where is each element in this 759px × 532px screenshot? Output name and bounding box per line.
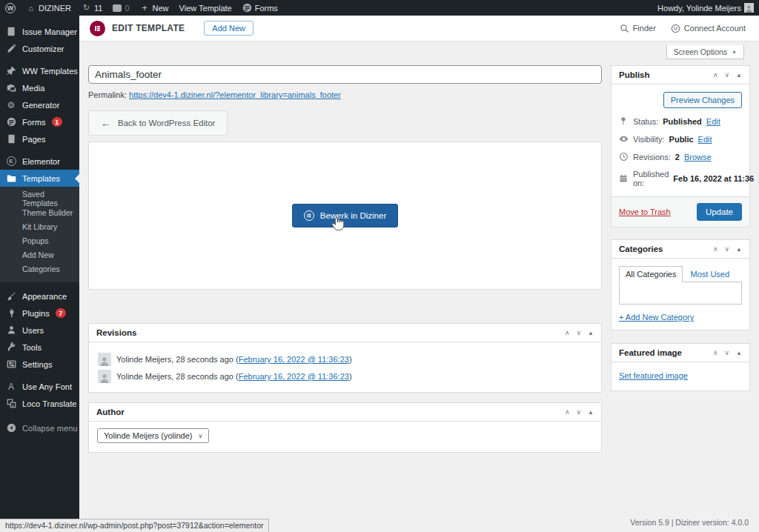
select-chevron-icon: ∨ <box>198 433 202 439</box>
finder-label: Finder <box>633 24 656 33</box>
move-down-icon[interactable]: ∨ <box>724 245 729 253</box>
move-down-icon[interactable]: ∨ <box>724 71 729 79</box>
preview-changes-button[interactable]: Preview Changes <box>663 92 742 108</box>
wordpress-menu[interactable]: W <box>0 0 21 16</box>
my-account-menu[interactable]: Howdy, Yolinde Meijers <box>652 0 759 16</box>
author-select[interactable]: Yolinde Meijers (yolinde) ∨ <box>97 428 209 443</box>
sidebar-item-label: Appearance <box>22 292 67 301</box>
sidebar-item-label: Settings <box>22 360 53 369</box>
page-title: EDIT TEMPLATE <box>112 23 185 33</box>
move-up-icon[interactable]: ∧ <box>713 71 718 79</box>
publish-panel-header[interactable]: Publish ∧ ∨ ▲ <box>611 66 749 84</box>
home-icon: ⌂ <box>26 3 36 13</box>
connect-account-button[interactable]: Connect Account <box>671 24 746 33</box>
move-down-icon[interactable]: ∨ <box>576 329 581 336</box>
status-edit-link[interactable]: Edit <box>706 117 720 126</box>
sidebar-item-elementor[interactable]: E Elementor <box>0 153 79 170</box>
chevron-down-icon: ▼ <box>732 50 737 55</box>
plugin-icon <box>6 308 16 319</box>
sidebar-item-pages[interactable]: Pages <box>0 130 79 147</box>
revision-text-suffix: ) <box>349 372 352 381</box>
folder-icon <box>6 173 16 184</box>
svg-text:a: a <box>11 404 13 408</box>
move-down-icon[interactable]: ∨ <box>724 349 729 356</box>
author-panel-header[interactable]: Author ∧ ∨ ▲ <box>89 403 601 422</box>
toggle-panel-icon[interactable]: ▲ <box>736 350 742 356</box>
featured-image-title: Featured image <box>619 348 682 357</box>
sidebar-item-templates[interactable]: Templates <box>0 170 79 187</box>
author-panel: Author ∧ ∨ ▲ Yolinde Meijers (yolinde) ∨ <box>88 402 602 453</box>
categories-panel-header[interactable]: Categories ∧ ∨ ▲ <box>611 240 749 259</box>
move-up-icon[interactable]: ∧ <box>713 349 718 356</box>
toggle-panel-icon[interactable]: ▲ <box>736 72 742 79</box>
move-to-trash-link[interactable]: Move to Trash <box>619 207 671 216</box>
sidebar-item-appearance[interactable]: Appearance <box>0 287 79 305</box>
submenu-item-categories[interactable]: Categories <box>0 262 79 276</box>
move-down-icon[interactable]: ∨ <box>576 408 581 416</box>
updates-menu[interactable]: ↻ 11 <box>76 0 107 16</box>
view-template-menu[interactable]: View Template <box>174 0 237 16</box>
revisions-browse-link[interactable]: Browse <box>684 153 712 162</box>
template-title-input[interactable] <box>88 65 602 84</box>
sidebar-item-ww-templates[interactable]: WW Templates <box>0 62 79 79</box>
sidebar-item-use-any-font[interactable]: A Use Any Font <box>0 378 79 395</box>
submenu-item-kit-library[interactable]: Kit Library <box>0 219 79 233</box>
move-up-icon[interactable]: ∧ <box>565 329 570 336</box>
move-up-icon[interactable]: ∧ <box>565 408 570 416</box>
update-button[interactable]: Update <box>697 203 742 221</box>
eye-icon <box>619 134 629 144</box>
toggle-panel-icon[interactable]: ▲ <box>588 330 594 336</box>
font-a-icon: A <box>6 382 16 392</box>
menu-separator <box>0 412 79 417</box>
revision-date-link[interactable]: February 16, 2022 @ 11:36:23 <box>239 372 349 381</box>
search-icon <box>620 24 629 33</box>
sidebar-item-forms[interactable]: Forms 1 <box>0 113 79 130</box>
sidebar-item-label: Generator <box>22 101 59 110</box>
screen-options-button[interactable]: Screen Options ▼ <box>666 45 744 59</box>
sidebar-item-media[interactable]: Media <box>0 79 79 96</box>
sidebar-item-label: Elementor <box>22 157 60 166</box>
visibility-edit-link[interactable]: Edit <box>698 135 712 144</box>
move-up-icon[interactable]: ∧ <box>713 245 718 253</box>
connect-icon <box>671 24 680 33</box>
revision-row: Yolinde Meijers, 28 seconds ago (Februar… <box>98 353 592 366</box>
sidebar-item-settings[interactable]: Settings <box>0 356 79 373</box>
comments-count: 0 <box>125 4 129 13</box>
revisions-title: Revisions <box>96 328 136 337</box>
submenu-item-add-new[interactable]: Add New <box>0 247 79 262</box>
set-featured-image-link[interactable]: Set featured image <box>619 371 688 380</box>
toggle-panel-icon[interactable]: ▲ <box>736 246 742 253</box>
sidebar-item-customizer[interactable]: Customizer <box>0 40 79 57</box>
submenu-label: Categories <box>22 265 60 273</box>
add-new-category-link[interactable]: + Add New Category <box>619 313 694 322</box>
featured-image-panel-header[interactable]: Featured image ∧ ∨ ▲ <box>611 344 749 362</box>
categories-list[interactable] <box>619 282 742 305</box>
site-name-menu[interactable]: ⌂ DIZINER <box>21 0 76 16</box>
toggle-panel-icon[interactable]: ▲ <box>588 409 594 416</box>
forms-label: Forms <box>255 4 278 13</box>
submenu-item-popups[interactable]: Popups <box>0 233 79 247</box>
sidebar-item-plugins[interactable]: Plugins 7 <box>0 305 79 322</box>
sidebar-item-tools[interactable]: Tools <box>0 339 79 356</box>
revisions-panel-header[interactable]: Revisions ∧ ∨ ▲ <box>89 324 601 342</box>
submenu-item-theme-builder[interactable]: Theme Builder <box>0 205 79 219</box>
new-content-menu[interactable]: + New <box>135 0 174 16</box>
collapse-menu-button[interactable]: Collapse menu <box>0 419 79 436</box>
sidebar-item-users[interactable]: Users <box>0 322 79 339</box>
tab-all-categories[interactable]: All Categories <box>619 266 683 282</box>
wordpress-logo-icon: W <box>5 3 16 13</box>
permalink-link[interactable]: https://dev4-1.diziner.nl/?elementor_lib… <box>129 90 341 99</box>
howdy-text: Howdy, Yolinde Meijers <box>657 4 741 13</box>
tab-most-used[interactable]: Most Used <box>683 267 737 282</box>
finder-button[interactable]: Finder <box>620 24 656 33</box>
bewerk-in-diziner-button[interactable]: Bewerk in Diziner <box>292 204 398 227</box>
comments-menu[interactable]: 0 <box>107 0 134 16</box>
forms-menu[interactable]: Forms <box>237 0 283 16</box>
submenu-item-saved-templates[interactable]: Saved Templates <box>0 191 79 205</box>
sidebar-item-generator[interactable]: ⚙ Generator <box>0 96 79 113</box>
revision-date-link[interactable]: February 16, 2022 @ 11:36:23 <box>239 355 349 364</box>
sidebar-item-loco-translate[interactable]: a Loco Translate <box>0 395 79 412</box>
sidebar-item-issue-manager[interactable]: Issue Manager <box>0 23 79 40</box>
add-new-button[interactable]: Add New <box>204 21 253 36</box>
back-to-wordpress-editor-button[interactable]: ← Back to WordPress Editor <box>88 110 228 136</box>
